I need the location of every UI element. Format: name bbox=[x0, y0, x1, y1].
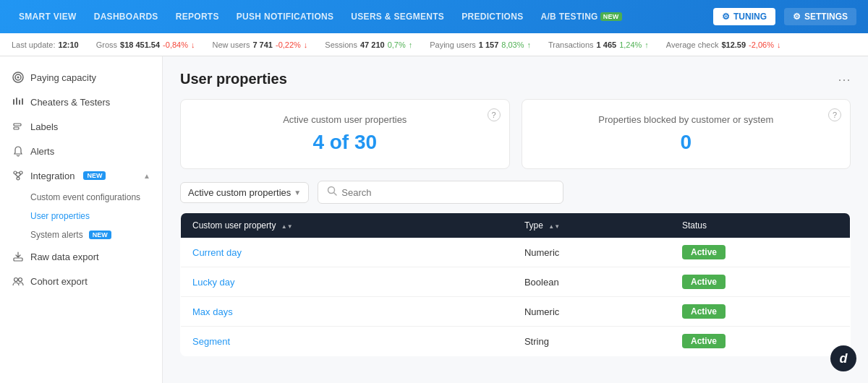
sidebar-item-user-properties[interactable]: User properties bbox=[30, 207, 162, 225]
sidebar-item-cohort-export[interactable]: Cohort export bbox=[0, 269, 162, 293]
transactions-arrow: ↑ bbox=[644, 40, 649, 49]
search-box bbox=[318, 181, 563, 204]
stat-gross: Gross $18 451.54 -0,84% ↓ bbox=[96, 40, 195, 49]
search-icon bbox=[327, 186, 337, 199]
new-users-change: -0,22% bbox=[276, 40, 301, 49]
svg-rect-7 bbox=[14, 124, 21, 126]
label-icon bbox=[12, 120, 25, 133]
sidebar-item-cohort-export-label: Cohort export bbox=[30, 276, 88, 287]
integration-subitems: Custom event configurations User propert… bbox=[0, 188, 162, 244]
cell-type: String bbox=[513, 327, 671, 356]
svg-rect-6 bbox=[22, 98, 23, 105]
sort-type-icon[interactable]: ▲▼ bbox=[548, 224, 560, 230]
nav-dashboards[interactable]: DASHBOARDS bbox=[87, 7, 166, 26]
sidebar-item-raw-data-export[interactable]: Raw data export bbox=[0, 244, 162, 269]
tuning-button[interactable]: ⚙ TUNING bbox=[713, 8, 775, 25]
sidebar-item-paying-capacity-label: Paying capacity bbox=[30, 72, 96, 83]
sidebar-item-raw-data-export-label: Raw data export bbox=[30, 251, 99, 262]
metrics-cards: Active custom user properties 4 of 30 ? … bbox=[180, 99, 851, 169]
cell-type: Numeric bbox=[513, 297, 671, 327]
stat-last-update: Last update: 12:10 bbox=[12, 40, 79, 49]
target-icon bbox=[12, 71, 25, 84]
cell-status: Active bbox=[671, 327, 851, 356]
integration-icon bbox=[12, 169, 25, 182]
active-properties-value: 4 of 30 bbox=[312, 131, 377, 154]
avg-check-arrow: ↓ bbox=[777, 40, 781, 49]
nav-users-segments[interactable]: USERS & SEGMENTS bbox=[344, 7, 451, 26]
cell-property[interactable]: Segment bbox=[181, 327, 513, 356]
blocked-properties-label: Properties blocked by customer or system bbox=[598, 114, 773, 125]
active-properties-label: Active custom user properties bbox=[283, 114, 407, 125]
table-row: Segment String Active bbox=[181, 327, 851, 356]
svg-rect-15 bbox=[14, 258, 22, 261]
cell-type: Numeric bbox=[513, 238, 671, 267]
svg-rect-5 bbox=[19, 100, 20, 105]
gross-arrow: ↓ bbox=[191, 40, 195, 49]
sidebar: Paying capacity Cheaters & Testers Label… bbox=[0, 56, 163, 383]
cohort-icon bbox=[12, 275, 25, 288]
nav-predictions[interactable]: PREDICTIONS bbox=[454, 7, 530, 26]
cell-status: Active bbox=[671, 297, 851, 327]
table-row: Max days Numeric Active bbox=[181, 297, 851, 327]
svg-rect-3 bbox=[13, 99, 14, 105]
svg-line-13 bbox=[15, 174, 18, 177]
sidebar-item-system-alerts[interactable]: System alerts NEW bbox=[30, 225, 162, 244]
sidebar-item-alerts-label: Alerts bbox=[30, 146, 54, 157]
status-badge: Active bbox=[682, 334, 726, 348]
cell-type: Boolean bbox=[513, 267, 671, 297]
nav-ab-testing[interactable]: A/B TESTING NEW bbox=[533, 7, 629, 26]
avg-check-change: -2,06% bbox=[749, 40, 774, 49]
cell-property[interactable]: Max days bbox=[181, 297, 513, 327]
sidebar-item-integration[interactable]: Integration NEW ▲ bbox=[0, 163, 162, 188]
table-row: Lucky day Boolean Active bbox=[181, 267, 851, 297]
nav-reports[interactable]: REPORTS bbox=[169, 7, 226, 26]
status-badge: Active bbox=[682, 304, 726, 319]
export-icon bbox=[12, 250, 25, 263]
cell-status: Active bbox=[671, 238, 851, 267]
cell-property[interactable]: Lucky day bbox=[181, 267, 513, 297]
table-row: Current day Numeric Active bbox=[181, 238, 851, 267]
svg-point-10 bbox=[20, 171, 22, 174]
status-badge: Active bbox=[682, 275, 726, 289]
svg-rect-4 bbox=[16, 98, 17, 105]
settings-icon: ⚙ bbox=[793, 12, 801, 22]
sidebar-item-cheaters-testers-label: Cheaters & Testers bbox=[30, 97, 110, 108]
paying-users-arrow: ↑ bbox=[527, 40, 532, 49]
search-input[interactable] bbox=[341, 187, 554, 198]
sidebar-item-paying-capacity[interactable]: Paying capacity bbox=[0, 65, 162, 90]
top-nav: SMART VIEW DASHBOARDS REPORTS PUSH NOTIF… bbox=[0, 0, 868, 33]
integration-badge: NEW bbox=[83, 171, 106, 180]
transactions-change: 1,24% bbox=[619, 40, 642, 49]
page-title: User properties bbox=[180, 71, 287, 87]
active-properties-help-icon[interactable]: ? bbox=[488, 108, 501, 121]
filter-select[interactable]: Active custom properties ▼ bbox=[180, 182, 309, 203]
sessions-arrow: ↑ bbox=[409, 40, 413, 49]
cell-status: Active bbox=[671, 267, 851, 297]
filter-select-label: Active custom properties bbox=[188, 187, 291, 198]
content-header: User properties ⋯ bbox=[180, 71, 851, 87]
sidebar-item-custom-event-configurations[interactable]: Custom event configurations bbox=[30, 188, 162, 207]
settings-button[interactable]: ⚙ SETTINGS bbox=[784, 8, 856, 25]
nav-smart-view[interactable]: SMART VIEW bbox=[12, 7, 84, 26]
blocked-properties-help-icon[interactable]: ? bbox=[828, 108, 841, 121]
stat-sessions: Sessions 47 210 0,7% ↑ bbox=[325, 40, 412, 49]
svg-point-9 bbox=[14, 171, 17, 174]
sidebar-item-labels[interactable]: Labels bbox=[0, 114, 162, 139]
svg-point-2 bbox=[17, 77, 20, 79]
chevron-up-icon: ▲ bbox=[143, 172, 150, 180]
sidebar-item-cheaters-testers[interactable]: Cheaters & Testers bbox=[0, 90, 162, 114]
system-alerts-badge: NEW bbox=[89, 231, 111, 239]
status-badge: Active bbox=[682, 245, 726, 259]
cell-property[interactable]: Current day bbox=[181, 238, 513, 267]
more-options-button[interactable]: ⋯ bbox=[838, 72, 851, 87]
nav-push-notifications[interactable]: PUSH NOTIFICATIONS bbox=[229, 7, 341, 26]
sidebar-item-labels-label: Labels bbox=[30, 121, 58, 132]
new-users-arrow: ↓ bbox=[304, 40, 308, 49]
tuning-icon: ⚙ bbox=[722, 12, 730, 22]
stat-transactions: Transactions 1 465 1,24% ↑ bbox=[548, 40, 649, 49]
table-header-row: Custom user property ▲▼ Type ▲▼ Status bbox=[181, 213, 851, 238]
svg-line-14 bbox=[18, 174, 21, 177]
sidebar-item-alerts[interactable]: Alerts bbox=[0, 139, 162, 163]
sort-property-icon[interactable]: ▲▼ bbox=[281, 224, 293, 230]
stat-paying-users: Paying users 1 157 8,03% ↑ bbox=[430, 40, 531, 49]
